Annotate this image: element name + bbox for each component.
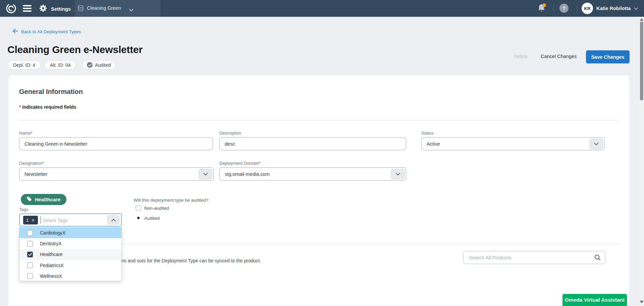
scroll-up-arrow[interactable]	[640, 18, 644, 21]
back-link-label: Back to All Deployment Types	[21, 29, 81, 34]
designation-field-label: Designation*	[19, 161, 44, 166]
chevron-down-icon	[129, 7, 133, 13]
product-sync-note: ns and outs for the Deployment Type can …	[121, 258, 261, 263]
chevron-down-icon	[634, 5, 638, 11]
deployment-domain-select[interactable]: stg.omail-media.com	[219, 167, 406, 181]
notification-dot	[542, 3, 546, 7]
tag-option-label: Healthcare	[40, 252, 63, 257]
selected-tag-pill[interactable]: 1 ✕	[23, 216, 38, 224]
arrow-left-icon	[12, 29, 18, 35]
required-star: *	[259, 161, 261, 166]
page: Settings Cleaning Green	[0, 0, 644, 306]
badge-alt-id: Alt. ID: 04	[45, 60, 76, 69]
required-star: *	[19, 104, 21, 110]
tags-label: Tags	[19, 207, 28, 212]
help-button[interactable]: ?	[559, 4, 569, 13]
checkbox-unchecked[interactable]	[27, 273, 33, 279]
description-input[interactable]	[219, 137, 406, 150]
user-avatar: KR	[582, 3, 593, 14]
checkbox-checked[interactable]	[27, 252, 33, 257]
scrollbar-track[interactable]	[639, 17, 644, 306]
tag-option-healthcare[interactable]: Healthcare	[19, 249, 121, 260]
radio-non-audited[interactable]	[136, 205, 141, 211]
tag-option-label: PediatricsX	[40, 263, 64, 268]
nav-divider	[72, 4, 72, 12]
badge-depl-id: Depl. ID: 4	[8, 60, 41, 69]
tag-option-label: WellnessX	[40, 273, 62, 279]
tag-option-dentistryx[interactable]: DentistryX	[19, 238, 121, 249]
brand-selector[interactable]: Cleaning Green	[74, 0, 160, 17]
top-navbar: Settings Cleaning Green	[0, 0, 644, 17]
badge-audited-label: Audited	[95, 62, 111, 68]
required-note-label: Indicates required fields	[22, 104, 76, 110]
tags-dropdown: CardiologyX DentistryX Healthcare Pediat…	[19, 227, 122, 281]
remove-tag-x-icon[interactable]: ✕	[31, 218, 35, 223]
delete-button[interactable]: Delete	[514, 54, 528, 59]
database-icon	[77, 5, 84, 13]
settings-label: Settings	[51, 6, 71, 12]
nav-divider	[553, 5, 554, 12]
designation-value: Newsletter	[24, 171, 48, 177]
product-search-input[interactable]	[463, 251, 605, 264]
status-field-label: Status	[421, 131, 434, 136]
badge-audited: Audited	[82, 60, 115, 69]
save-changes-button[interactable]: Save Changes	[586, 50, 630, 63]
checkbox-unchecked[interactable]	[27, 262, 33, 268]
checkbox-unchecked[interactable]	[27, 230, 33, 236]
tag-option-cardiologyx[interactable]: CardiologyX	[19, 227, 121, 238]
chevron-up-icon	[111, 218, 116, 222]
gear-icon	[40, 5, 47, 13]
chip-label: Healthcare	[35, 197, 61, 202]
audit-question-label: Will this deployment type be audited?	[133, 198, 209, 203]
back-link[interactable]: Back to All Deployment Types	[12, 29, 81, 35]
radio-audited-label: Audited	[144, 216, 160, 221]
text-caret	[41, 216, 41, 223]
name-field-label: Name*	[19, 131, 33, 136]
tag-option-label: DentistryX	[40, 241, 62, 246]
brand-label: Cleaning Green	[87, 5, 121, 11]
tag-icon	[26, 196, 32, 203]
healthcare-tag-chip[interactable]: Healthcare	[21, 194, 66, 205]
check-circle-icon	[87, 62, 93, 68]
cancel-changes-button[interactable]: Cancel Changes	[541, 54, 577, 59]
designation-select[interactable]: Newsletter	[19, 167, 214, 181]
description-field-label: Description	[219, 131, 241, 136]
page-title: Cleaning Green e-Newsletter	[7, 44, 143, 55]
required-star: *	[31, 131, 33, 136]
product-search	[463, 251, 605, 264]
tag-option-pediatricsx[interactable]: PediatricsX	[19, 260, 121, 271]
chevron-down-icon	[391, 169, 405, 179]
menu-hamburger-icon[interactable]	[23, 5, 32, 12]
tags-dropdown-toggle[interactable]	[107, 215, 119, 224]
status-select[interactable]: Active	[421, 137, 604, 150]
user-menu[interactable]: KR Katie Robilotta	[582, 3, 638, 14]
chevron-down-icon	[589, 139, 603, 149]
tags-search-input[interactable]	[42, 215, 94, 226]
notifications-button[interactable]	[537, 4, 546, 14]
omeda-logo[interactable]	[5, 2, 17, 16]
scroll-down-arrow[interactable]	[640, 301, 644, 303]
required-star: *	[42, 161, 44, 166]
selected-tag-count: 1	[26, 218, 29, 223]
nav-settings[interactable]: Settings	[40, 5, 71, 13]
search-icon[interactable]	[594, 254, 601, 262]
domain-field-label: Deployment Domain*	[219, 161, 261, 166]
chevron-down-icon	[199, 169, 212, 179]
nav-divider	[577, 5, 577, 12]
section-title: General Information	[19, 88, 83, 96]
name-input[interactable]	[19, 137, 213, 150]
domain-value: stg.omail-media.com	[225, 171, 270, 177]
tags-multiselect[interactable]: 1 ✕	[19, 213, 122, 226]
tag-option-wellnessx[interactable]: WellnessX	[19, 271, 121, 282]
status-value: Active	[427, 141, 440, 147]
scrollbar-thumb[interactable]	[640, 21, 643, 100]
checkbox-unchecked[interactable]	[27, 241, 33, 247]
user-name: Katie Robilotta	[596, 6, 631, 11]
required-fields-note: * Indicates required fields	[19, 104, 76, 110]
virtual-assistant-button[interactable]: Omeda Virtual Assistant	[562, 294, 627, 306]
tag-option-label: CardiologyX	[40, 230, 65, 236]
section-divider	[19, 120, 619, 120]
radio-non-audited-label: Non-audited	[144, 206, 169, 211]
bell-icon	[537, 8, 546, 14]
